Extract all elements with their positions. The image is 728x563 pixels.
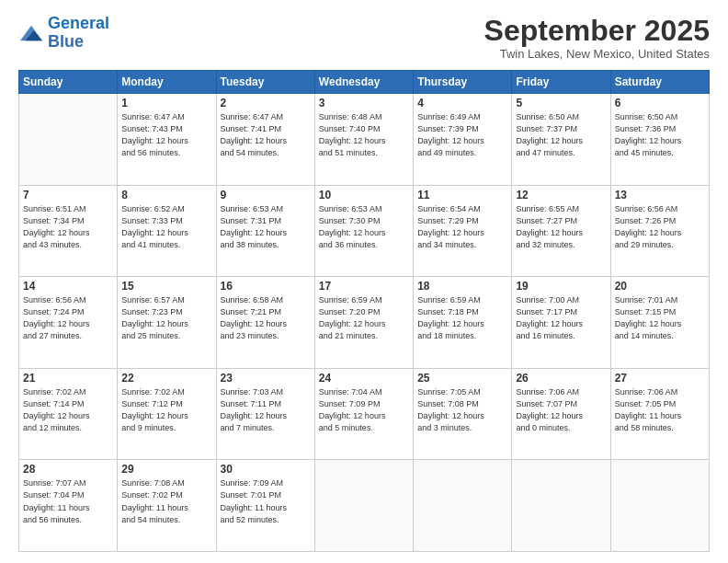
calendar-week-row: 14Sunrise: 6:56 AM Sunset: 7:24 PM Dayli… xyxy=(19,277,710,369)
table-row: 13Sunrise: 6:56 AM Sunset: 7:26 PM Dayli… xyxy=(610,185,709,277)
day-number: 7 xyxy=(23,189,113,201)
day-number: 15 xyxy=(121,280,211,293)
day-number: 28 xyxy=(23,463,113,476)
day-info: Sunrise: 7:06 AM Sunset: 7:05 PM Dayligh… xyxy=(615,386,705,434)
table-row: 28Sunrise: 7:07 AM Sunset: 7:04 PM Dayli… xyxy=(19,460,118,552)
day-number: 18 xyxy=(417,280,507,293)
table-row: 6Sunrise: 6:50 AM Sunset: 7:36 PM Daylig… xyxy=(610,94,709,186)
table-row: 18Sunrise: 6:59 AM Sunset: 7:18 PM Dayli… xyxy=(414,277,512,369)
table-row: 9Sunrise: 6:53 AM Sunset: 7:31 PM Daylig… xyxy=(216,185,314,277)
table-row xyxy=(512,460,610,552)
day-number: 29 xyxy=(121,463,211,476)
day-info: Sunrise: 6:55 AM Sunset: 7:27 PM Dayligh… xyxy=(516,203,606,251)
logo: General Blue xyxy=(18,15,109,52)
day-info: Sunrise: 6:50 AM Sunset: 7:37 PM Dayligh… xyxy=(516,111,606,159)
day-info: Sunrise: 6:56 AM Sunset: 7:24 PM Dayligh… xyxy=(23,294,113,342)
day-info: Sunrise: 6:59 AM Sunset: 7:18 PM Dayligh… xyxy=(417,294,507,342)
logo-general: General xyxy=(48,14,109,32)
table-row: 27Sunrise: 7:06 AM Sunset: 7:05 PM Dayli… xyxy=(610,368,709,460)
table-row xyxy=(414,460,512,552)
day-info: Sunrise: 6:53 AM Sunset: 7:30 PM Dayligh… xyxy=(319,203,409,251)
table-row: 2Sunrise: 6:47 AM Sunset: 7:41 PM Daylig… xyxy=(216,94,314,186)
day-info: Sunrise: 6:57 AM Sunset: 7:23 PM Dayligh… xyxy=(121,294,211,342)
table-row: 11Sunrise: 6:54 AM Sunset: 7:29 PM Dayli… xyxy=(414,185,512,277)
table-row: 29Sunrise: 7:08 AM Sunset: 7:02 PM Dayli… xyxy=(118,460,216,552)
calendar-table: Sunday Monday Tuesday Wednesday Thursday… xyxy=(18,70,710,552)
day-number: 21 xyxy=(23,372,113,385)
location: Twin Lakes, New Mexico, United States xyxy=(484,47,710,61)
day-number: 26 xyxy=(516,372,606,385)
day-number: 9 xyxy=(221,189,311,201)
day-number: 8 xyxy=(121,189,211,201)
col-thursday: Thursday xyxy=(414,71,512,94)
day-number: 12 xyxy=(516,189,606,201)
day-number: 4 xyxy=(417,97,507,109)
month-title: September 2025 xyxy=(484,15,710,47)
day-number: 3 xyxy=(319,97,409,109)
day-info: Sunrise: 7:04 AM Sunset: 7:09 PM Dayligh… xyxy=(319,386,409,434)
day-info: Sunrise: 6:59 AM Sunset: 7:20 PM Dayligh… xyxy=(319,294,409,342)
table-row: 23Sunrise: 7:03 AM Sunset: 7:11 PM Dayli… xyxy=(216,368,314,460)
table-row: 12Sunrise: 6:55 AM Sunset: 7:27 PM Dayli… xyxy=(512,185,610,277)
table-row: 30Sunrise: 7:09 AM Sunset: 7:01 PM Dayli… xyxy=(216,460,314,552)
day-info: Sunrise: 6:53 AM Sunset: 7:31 PM Dayligh… xyxy=(221,203,311,251)
day-info: Sunrise: 7:01 AM Sunset: 7:15 PM Dayligh… xyxy=(615,294,705,342)
table-row: 19Sunrise: 7:00 AM Sunset: 7:17 PM Dayli… xyxy=(512,277,610,369)
col-saturday: Saturday xyxy=(610,71,709,94)
logo-blue: Blue xyxy=(48,32,84,51)
day-info: Sunrise: 7:05 AM Sunset: 7:08 PM Dayligh… xyxy=(417,386,507,434)
col-friday: Friday xyxy=(512,71,610,94)
day-number: 27 xyxy=(615,372,705,385)
table-row: 8Sunrise: 6:52 AM Sunset: 7:33 PM Daylig… xyxy=(118,185,216,277)
day-number: 20 xyxy=(615,280,705,293)
day-info: Sunrise: 7:06 AM Sunset: 7:07 PM Dayligh… xyxy=(516,386,606,434)
day-info: Sunrise: 7:07 AM Sunset: 7:04 PM Dayligh… xyxy=(23,477,113,525)
day-info: Sunrise: 7:02 AM Sunset: 7:14 PM Dayligh… xyxy=(23,386,113,434)
table-row: 22Sunrise: 7:02 AM Sunset: 7:12 PM Dayli… xyxy=(118,368,216,460)
day-info: Sunrise: 7:09 AM Sunset: 7:01 PM Dayligh… xyxy=(221,477,311,525)
table-row: 14Sunrise: 6:56 AM Sunset: 7:24 PM Dayli… xyxy=(19,277,118,369)
day-number: 19 xyxy=(516,280,606,293)
day-number: 6 xyxy=(615,97,705,109)
day-info: Sunrise: 6:52 AM Sunset: 7:33 PM Dayligh… xyxy=(121,203,211,251)
day-number: 14 xyxy=(23,280,113,293)
table-row: 1Sunrise: 6:47 AM Sunset: 7:43 PM Daylig… xyxy=(118,94,216,186)
col-tuesday: Tuesday xyxy=(216,71,314,94)
table-row: 5Sunrise: 6:50 AM Sunset: 7:37 PM Daylig… xyxy=(512,94,610,186)
day-number: 22 xyxy=(121,372,211,385)
table-row: 21Sunrise: 7:02 AM Sunset: 7:14 PM Dayli… xyxy=(19,368,118,460)
calendar-week-row: 1Sunrise: 6:47 AM Sunset: 7:43 PM Daylig… xyxy=(19,94,710,186)
day-number: 24 xyxy=(319,372,409,385)
logo-text: General Blue xyxy=(48,15,109,52)
day-info: Sunrise: 6:50 AM Sunset: 7:36 PM Dayligh… xyxy=(615,111,705,159)
calendar-week-row: 21Sunrise: 7:02 AM Sunset: 7:14 PM Dayli… xyxy=(19,368,710,460)
day-info: Sunrise: 6:47 AM Sunset: 7:41 PM Dayligh… xyxy=(221,111,311,159)
calendar-week-row: 7Sunrise: 6:51 AM Sunset: 7:34 PM Daylig… xyxy=(19,185,710,277)
table-row: 25Sunrise: 7:05 AM Sunset: 7:08 PM Dayli… xyxy=(414,368,512,460)
table-row: 7Sunrise: 6:51 AM Sunset: 7:34 PM Daylig… xyxy=(19,185,118,277)
title-block: September 2025 Twin Lakes, New Mexico, U… xyxy=(484,15,710,61)
table-row: 26Sunrise: 7:06 AM Sunset: 7:07 PM Dayli… xyxy=(512,368,610,460)
day-info: Sunrise: 7:03 AM Sunset: 7:11 PM Dayligh… xyxy=(221,386,311,434)
day-info: Sunrise: 7:00 AM Sunset: 7:17 PM Dayligh… xyxy=(516,294,606,342)
table-row: 16Sunrise: 6:58 AM Sunset: 7:21 PM Dayli… xyxy=(216,277,314,369)
day-info: Sunrise: 6:58 AM Sunset: 7:21 PM Dayligh… xyxy=(221,294,311,342)
day-number: 13 xyxy=(615,189,705,201)
day-number: 10 xyxy=(319,189,409,201)
table-row xyxy=(610,460,709,552)
col-sunday: Sunday xyxy=(19,71,118,94)
day-number: 16 xyxy=(221,280,311,293)
day-number: 11 xyxy=(417,189,507,201)
table-row: 24Sunrise: 7:04 AM Sunset: 7:09 PM Dayli… xyxy=(314,368,413,460)
logo-icon xyxy=(18,22,44,44)
col-monday: Monday xyxy=(118,71,216,94)
day-number: 30 xyxy=(221,463,311,476)
day-number: 25 xyxy=(417,372,507,385)
table-row: 4Sunrise: 6:49 AM Sunset: 7:39 PM Daylig… xyxy=(414,94,512,186)
day-number: 2 xyxy=(221,97,311,109)
day-number: 1 xyxy=(121,97,211,109)
day-info: Sunrise: 6:56 AM Sunset: 7:26 PM Dayligh… xyxy=(615,203,705,251)
col-wednesday: Wednesday xyxy=(314,71,413,94)
page: General Blue September 2025 Twin Lakes, … xyxy=(0,0,728,563)
day-number: 17 xyxy=(319,280,409,293)
